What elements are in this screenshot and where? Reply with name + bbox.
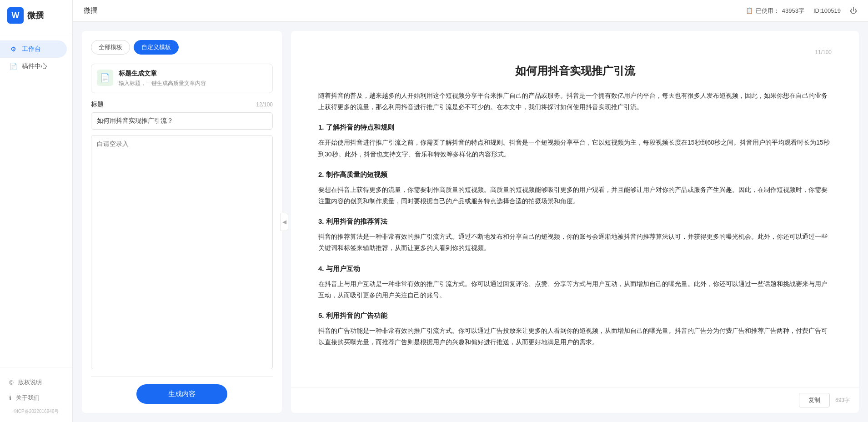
doc-section-2: 2. 制作高质量的短视频 要想在抖音上获得更多的流量，你需要制作高质量的短视频。… (318, 168, 832, 207)
sidebar-bottom: © 版权说明 ℹ 关于我们 ©ICP备2022016946号 (0, 367, 72, 422)
logo-icon: W (7, 7, 24, 24)
form-title-label: 标题 12/100 (91, 100, 273, 109)
doc-section-1: 1. 了解抖音的特点和规则 在开始使用抖音进行推广引流之前，你需要了解抖音的特点… (318, 121, 832, 160)
header-id: ID:100519 (813, 7, 841, 14)
header-title: 微撰 (84, 6, 97, 15)
doc-section-3-body: 抖音的推荐算法是一种非常有效的推广引流方式。通过不断地发布和分享自己的短视频，你… (318, 231, 832, 254)
content-wrapper: 全部模板 自定义模板 📄 标题生成文章 输入标题，一键生成高质量文章内容 标题 … (73, 22, 868, 422)
doc-section-4: 4. 与用户互动 在抖音上与用户互动是一种非常有效的推广引流方式。你可以通过回复… (318, 262, 832, 301)
doc-title: 如何用抖音实现推广引流 (318, 63, 832, 79)
doc-section-5-heading: 5. 利用抖音的广告功能 (318, 309, 832, 322)
workbench-icon: ⚙ (9, 45, 17, 53)
doc-body: 随着抖音的普及，越来越多的人开始利用这个短视频分享平台来推广自己的产品或服务。抖… (318, 90, 832, 348)
usage-count: 43953字 (782, 7, 804, 15)
doc-content[interactable]: 11/100 如何用抖音实现推广引流 随着抖音的普及，越来越多的人开始利用这个短… (291, 31, 859, 387)
usage-icon: 📋 (746, 7, 753, 14)
doc-intro: 随着抖音的普及，越来越多的人开始利用这个短视频分享平台来推广自己的产品或服务。抖… (318, 90, 832, 113)
content-textarea[interactable] (91, 135, 273, 369)
sidebar-item-label-drafts: 稿件中心 (22, 62, 47, 70)
header-right: 📋 已使用： 43953字 ID:100519 ⏻ (746, 7, 857, 15)
left-panel: 全部模板 自定义模板 📄 标题生成文章 输入标题，一键生成高质量文章内容 标题 … (82, 31, 282, 413)
doc-section-1-body: 在开始使用抖音进行推广引流之前，你需要了解抖音的特点和规则。抖音是一个短视频分享… (318, 137, 832, 160)
right-panel: 11/100 如何用抖音实现推广引流 随着抖音的普及，越来越多的人开始利用这个短… (291, 31, 859, 413)
title-input[interactable] (91, 112, 273, 130)
title-char-count: 12/100 (256, 101, 273, 108)
template-tabs: 全部模板 自定义模板 (91, 40, 273, 55)
template-card-desc: 输入标题，一键生成高质量文章内容 (119, 80, 267, 87)
doc-section-4-heading: 4. 与用户互动 (318, 262, 832, 275)
collapse-panel-button[interactable]: ◀ (280, 213, 288, 231)
sidebar-nav: ⚙ 工作台 📄 稿件中心 (0, 33, 72, 367)
logo-area: W 微撰 (0, 0, 72, 33)
about-label: 关于我们 (16, 394, 40, 402)
sidebar-item-workbench[interactable]: ⚙ 工作台 (0, 40, 67, 58)
doc-section-2-heading: 2. 制作高质量的短视频 (318, 168, 832, 181)
doc-section-5: 5. 利用抖音的广告功能 抖音的广告功能是一种非常有效的推广引流方式。你可以通过… (318, 309, 832, 348)
form-section: 标题 12/100 (91, 100, 273, 369)
header: 微撰 📋 已使用： 43953字 ID:100519 ⏻ (73, 0, 868, 22)
sidebar-item-label-workbench: 工作台 (22, 45, 41, 53)
template-card[interactable]: 📄 标题生成文章 输入标题，一键生成高质量文章内容 (91, 64, 273, 93)
header-usage: 📋 已使用： 43953字 (746, 7, 804, 15)
doc-section-3: 3. 利用抖音的推荐算法 抖音的推荐算法是一种非常有效的推广引流方式。通过不断地… (318, 215, 832, 254)
main-area: 微撰 📋 已使用： 43953字 ID:100519 ⏻ 全部模板 自定义模板 … (73, 0, 868, 422)
sidebar-item-copyright[interactable]: © 版权说明 (0, 375, 72, 390)
tab-all-templates[interactable]: 全部模板 (91, 40, 130, 55)
tab-custom-templates[interactable]: 自定义模板 (134, 40, 179, 55)
copyright-label: 版权说明 (18, 378, 42, 387)
icp-text: ©ICP备2022016946号 (0, 406, 72, 417)
power-icon[interactable]: ⏻ (850, 7, 857, 15)
about-icon: ℹ (9, 395, 11, 402)
doc-section-4-body: 在抖音上与用户互动是一种非常有效的推广引流方式。你可以通过回复评论、点赞、分享等… (318, 278, 832, 301)
doc-footer: 复制 693字 (291, 387, 859, 413)
template-card-icon: 📄 (97, 70, 113, 86)
doc-section-3-heading: 3. 利用抖音的推荐算法 (318, 215, 832, 227)
copyright-icon: © (9, 379, 14, 386)
sidebar-item-about[interactable]: ℹ 关于我们 (0, 390, 72, 406)
doc-section-1-heading: 1. 了解抖音的特点和规则 (318, 121, 832, 133)
doc-section-5-body: 抖音的广告功能是一种非常有效的推广引流方式。你可以通过广告投放来让更多的人看到你… (318, 325, 832, 348)
sidebar-item-drafts[interactable]: 📄 稿件中心 (0, 58, 67, 75)
form-divider (91, 377, 273, 377)
word-count: 693字 (835, 397, 850, 404)
textarea-wrapper (91, 135, 273, 369)
app-name: 微撰 (27, 10, 44, 21)
template-card-name: 标题生成文章 (119, 70, 267, 78)
usage-label: 已使用： (756, 7, 779, 15)
doc-section-2-body: 要想在抖音上获得更多的流量，你需要制作高质量的短视频。高质量的短视频能够吸引更多… (318, 184, 832, 207)
doc-page-counter: 11/100 (318, 49, 832, 55)
sidebar: W 微撰 ⚙ 工作台 📄 稿件中心 © 版权说明 ℹ 关于我们 ©ICP备202… (0, 0, 73, 422)
copy-button[interactable]: 复制 (799, 393, 830, 407)
generate-button[interactable]: 生成内容 (136, 384, 227, 404)
drafts-icon: 📄 (9, 62, 17, 70)
